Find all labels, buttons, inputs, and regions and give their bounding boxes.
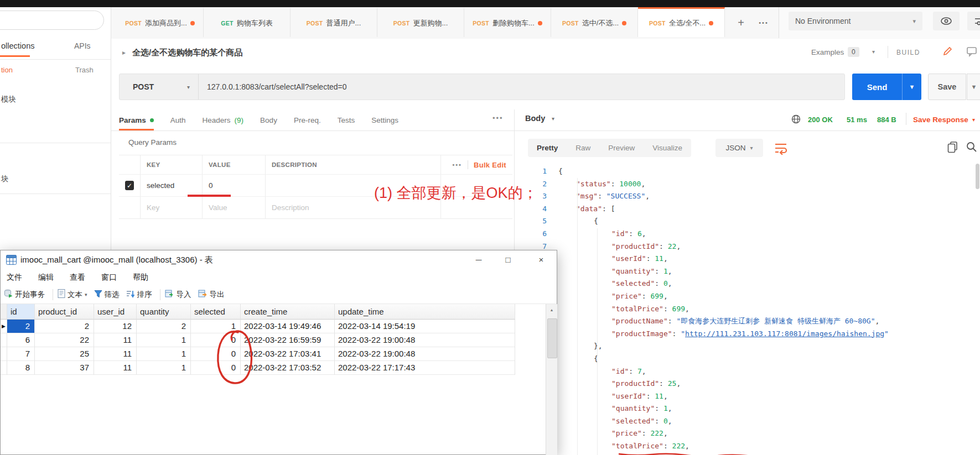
menu-item[interactable]: 帮助 [133, 273, 148, 283]
response-body-select[interactable]: Body [525, 114, 545, 123]
tab-params[interactable]: Params [119, 109, 154, 130]
cell[interactable]: 1 [137, 347, 191, 361]
tab-body[interactable]: Body [260, 109, 277, 130]
cell[interactable]: 2 [7, 320, 35, 333]
cell[interactable]: 25 [35, 347, 94, 361]
column-header-product_id[interactable]: product_id [35, 304, 94, 320]
save-response-button[interactable]: Save Response [913, 116, 968, 124]
request-tab[interactable]: GET购物车列表 [204, 7, 291, 37]
cell[interactable]: 2 [137, 320, 191, 333]
toolbar-button[interactable]: 导入 [165, 290, 191, 300]
toolbar-button[interactable]: 排序 [126, 290, 152, 300]
column-header-quantity[interactable]: quantity [137, 304, 191, 320]
column-header-selected[interactable]: selected [191, 304, 241, 320]
bulk-edit-button[interactable]: Bulk Edit [474, 161, 506, 169]
grid-scrollbar[interactable]: ▲ [546, 304, 557, 455]
tab-apis[interactable]: APIs [74, 41, 91, 50]
table-row[interactable]: 72511102022-03-22 17:03:412022-03-22 19:… [1, 347, 515, 361]
search-input[interactable] [0, 11, 104, 30]
build-mode-label[interactable]: BUILD [896, 49, 920, 56]
column-header-update_time[interactable]: update_time [335, 304, 515, 320]
response-format-select[interactable]: JSON ▾ [715, 139, 763, 157]
collection-item[interactable]: 模块 [1, 95, 16, 104]
cell[interactable]: 1 [191, 320, 241, 333]
tab-settings[interactable]: Settings [371, 109, 398, 130]
cell[interactable]: 2 [35, 320, 94, 333]
table-row[interactable]: 62211102022-03-22 16:59:592022-03-22 19:… [1, 333, 515, 347]
minimize-button[interactable]: ─ [466, 250, 491, 268]
save-options-button[interactable]: ▼ [967, 74, 980, 100]
view-tab-pretty[interactable]: Pretty [528, 144, 567, 152]
toolbar-button[interactable]: 开始事务 [4, 289, 45, 300]
toolbar-button[interactable]: 文本▾ [58, 289, 87, 300]
param-value[interactable]: 0 [203, 175, 266, 196]
chevron-down-icon[interactable]: ▾ [552, 116, 554, 122]
new-collection-link[interactable]: tion [1, 66, 13, 74]
toolbar-button[interactable]: 筛选 [94, 290, 120, 300]
column-header-create_time[interactable]: create_time [241, 304, 335, 320]
key-placeholder[interactable]: Key [141, 197, 203, 218]
request-tab[interactable]: POST更新购物... [377, 7, 464, 37]
response-scrollbar[interactable] [976, 164, 979, 189]
send-button[interactable]: Send [852, 74, 902, 100]
environment-quick-look-button[interactable] [933, 12, 960, 30]
cell[interactable]: 2022-03-22 19:00:48 [335, 333, 515, 347]
params-more-button[interactable]: ••• [452, 161, 462, 168]
environment-selector[interactable]: No Environment ▾ [789, 12, 922, 30]
request-more-button[interactable]: ••• [492, 114, 504, 122]
request-tab[interactable]: POST普通用户... [291, 7, 377, 37]
cell[interactable]: 6 [7, 333, 35, 347]
cell[interactable]: 2022-03-22 16:59:59 [241, 333, 335, 347]
tab-tests[interactable]: Tests [338, 109, 355, 130]
new-tab-button[interactable]: + [730, 7, 752, 39]
tab-collections[interactable]: ollections [1, 41, 34, 50]
request-tab[interactable]: POST选中/不选... [551, 7, 638, 37]
request-tab[interactable]: POST删除购物车... [464, 7, 551, 37]
examples-label[interactable]: Examples [811, 48, 844, 56]
response-json-viewer[interactable]: 1{2"status": 10000,3"msg": "SUCCESS",4"d… [520, 165, 975, 455]
cell[interactable]: 1 [137, 361, 191, 375]
table-row[interactable]: ▶2212212022-03-14 19:49:462022-03-14 19:… [1, 320, 515, 333]
tab-options-button[interactable]: ••• [752, 7, 775, 39]
cell[interactable]: 11 [94, 333, 137, 347]
comment-icon[interactable] [966, 46, 977, 57]
cell[interactable]: 2022-03-22 17:17:43 [335, 361, 515, 375]
collapse-caret-icon[interactable]: ▸ [122, 49, 126, 56]
navicat-window[interactable]: imooc_mall_cart @imooc_mall (localhost_3… [0, 250, 557, 455]
close-button[interactable]: × [529, 250, 553, 268]
cell[interactable]: 0 [191, 333, 241, 347]
maximize-button[interactable]: □ [496, 250, 520, 268]
view-tab-visualize[interactable]: Visualize [644, 144, 691, 152]
url-input[interactable]: 127.0.0.1:8083/cart/selectAll?selected=0 [207, 82, 347, 91]
cell[interactable]: 22 [35, 333, 94, 347]
wrap-text-icon[interactable] [774, 142, 788, 155]
view-tab-raw[interactable]: Raw [567, 144, 599, 152]
cell[interactable]: 0 [191, 347, 241, 361]
chevron-down-icon[interactable]: ▾ [187, 84, 190, 90]
collection-item[interactable]: 块 [1, 174, 9, 184]
edit-pencil-icon[interactable] [942, 46, 953, 57]
column-header-user_id[interactable]: user_id [94, 304, 137, 320]
toolbar-button[interactable]: 导出 [198, 290, 225, 300]
cell[interactable]: 12 [94, 320, 137, 333]
trash-link[interactable]: Trash [75, 66, 94, 74]
cell[interactable]: 11 [94, 347, 137, 361]
cell[interactable]: 2022-03-14 19:49:46 [241, 320, 335, 333]
tab-auth[interactable]: Auth [170, 109, 186, 130]
chevron-down-icon[interactable]: ▾ [872, 49, 875, 55]
table-row[interactable]: 83711102022-03-22 17:03:522022-03-22 17:… [1, 361, 515, 375]
tab-prereq[interactable]: Pre-req. [294, 109, 321, 130]
param-key[interactable]: selected [141, 175, 203, 196]
cell[interactable]: 2022-03-14 19:54:19 [335, 320, 515, 333]
cell[interactable]: 37 [35, 361, 94, 375]
send-options-button[interactable]: ▼ [902, 74, 921, 100]
cell[interactable]: 1 [137, 333, 191, 347]
cell[interactable]: 7 [7, 347, 35, 361]
menu-item[interactable]: 窗口 [101, 273, 117, 283]
search-icon[interactable] [966, 142, 977, 153]
cell[interactable]: 2022-03-22 17:03:41 [241, 347, 335, 361]
cell[interactable]: 0 [191, 361, 241, 375]
navicat-titlebar[interactable]: imooc_mall_cart @imooc_mall (localhost_3… [1, 250, 557, 269]
cell[interactable]: 8 [7, 361, 35, 375]
cell[interactable]: 11 [94, 361, 137, 375]
